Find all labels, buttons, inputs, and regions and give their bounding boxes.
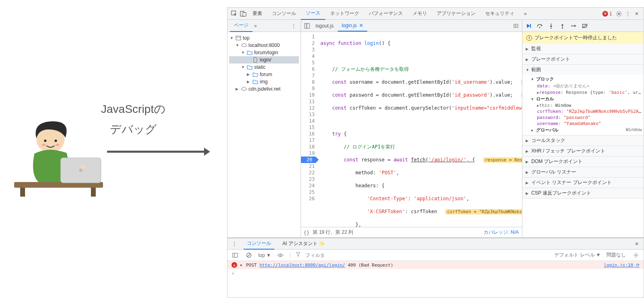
scope-local-hd[interactable]: ▼ ローカル: [524, 95, 644, 102]
tree-forum[interactable]: ▶forum: [229, 71, 299, 78]
inspect-icon[interactable]: [230, 9, 239, 18]
step-into-icon[interactable]: [547, 22, 555, 30]
tab-performance[interactable]: パフォーマンス: [364, 8, 408, 19]
tree-forum-login[interactable]: ▼forum/login: [229, 49, 299, 56]
error-dot-icon: ✕: [602, 11, 608, 17]
filter-input[interactable]: [305, 252, 346, 258]
drawer-tab-ai[interactable]: AI アシスタント ✨: [279, 238, 328, 249]
tab-security[interactable]: セキュリティ: [480, 8, 519, 19]
step-out-icon[interactable]: [559, 22, 566, 30]
drawer-kebab-icon[interactable]: ⋮: [230, 239, 239, 248]
var-csrf[interactable]: csrfToken: "RZpJkp7buWKNoks9HHvb5vFG2A4a…: [524, 108, 644, 114]
var-password[interactable]: password: "password": [524, 114, 644, 121]
editor-status-bar: { } 第 19 行、第 22 列 カバレッジ: N/A: [301, 227, 522, 237]
tab-memory[interactable]: メモリ: [408, 8, 432, 19]
tree-static[interactable]: ▼static: [229, 64, 299, 71]
console-error-line[interactable]: ✕ ▶ POST http://localhost:8000/api/login…: [227, 261, 644, 269]
var-username[interactable]: username: "YamadaHanako": [524, 121, 644, 127]
tab-console[interactable]: コンソール: [267, 8, 301, 19]
close-icon[interactable]: ✕: [632, 9, 641, 18]
svg-point-7: [55, 140, 57, 142]
section-eventlistener[interactable]: ▶イベント リスナー ブレークポイント: [522, 178, 644, 188]
svg-rect-4: [91, 188, 96, 197]
error-source-link[interactable]: login.js:10 ⟳: [604, 263, 640, 268]
step-icon[interactable]: [570, 22, 577, 30]
section-watch[interactable]: ▶監視: [522, 44, 644, 54]
scope-block-hd[interactable]: ▼ ブロック: [524, 76, 644, 83]
tree-img[interactable]: ▶img: [229, 78, 299, 85]
tree-host[interactable]: ▼localhost:8000: [229, 42, 299, 49]
drawer-tab-console[interactable]: コンソール: [244, 238, 274, 250]
nav-tab-page[interactable]: ページ: [230, 19, 253, 32]
clear-icon[interactable]: [244, 251, 253, 260]
deactivate-bp-icon[interactable]: [581, 22, 589, 30]
console-gear-icon[interactable]: [631, 251, 640, 260]
console-prompt[interactable]: ›: [227, 269, 644, 278]
file-nav-icon[interactable]: [303, 21, 311, 30]
section-globallistener[interactable]: ▶グローバル リスナー: [522, 167, 644, 177]
tree-cdn[interactable]: ▶cdn.jsdelivr.net: [229, 85, 299, 93]
tree-login-file[interactable]: login/: [229, 56, 299, 64]
close-icon[interactable]: ✕: [359, 23, 363, 28]
svg-line-57: [637, 256, 638, 257]
scope-global-hd[interactable]: ▶ グローバルWindow: [524, 127, 644, 133]
tab-network[interactable]: ネットワーク: [325, 8, 364, 19]
format-icon[interactable]: { }: [304, 230, 309, 235]
console-output[interactable]: ✕ ▶ POST http://localhost:8000/api/login…: [227, 261, 644, 297]
log-level-selector[interactable]: デフォルト レベル ▼: [554, 252, 601, 258]
issues-status[interactable]: 問題なし: [606, 252, 626, 258]
svg-marker-32: [527, 24, 530, 28]
coverage-link[interactable]: カバレッジ: N/A: [484, 229, 519, 236]
debugger-toolbar: [522, 20, 644, 32]
device-icon[interactable]: [239, 9, 248, 18]
section-xhr[interactable]: ▶XHR / フェッチ ブレークポイント: [522, 146, 644, 156]
var-this[interactable]: ▶this: Window: [524, 102, 644, 108]
file-icon: [253, 57, 258, 63]
watch-icon[interactable]: [511, 21, 520, 30]
code-editor[interactable]: 1234567891011121314151617181920212223242…: [301, 32, 522, 227]
section-csp[interactable]: ▶CSP 違反ブレークポイント: [522, 188, 644, 198]
section-dom[interactable]: ▶DOM ブレークポイント: [522, 157, 644, 167]
tab-sources[interactable]: ソース: [301, 7, 325, 20]
var-data[interactable]: data: <値がありません>: [524, 83, 644, 89]
gutter[interactable]: 1234567891011121314151617181920212223242…: [301, 32, 317, 227]
drawer-close-icon[interactable]: ✕: [632, 239, 641, 248]
file-tree: ▼top ▼localhost:8000 ▼forum/login login/…: [227, 32, 301, 95]
svg-rect-33: [530, 24, 531, 28]
tab-elements[interactable]: 要素: [248, 8, 267, 19]
nav-more-icon[interactable]: »: [254, 23, 257, 29]
step-over-icon[interactable]: [536, 22, 543, 30]
tabs-more[interactable]: »: [519, 8, 532, 19]
editor-panel: logout.js login.js✕ 12345678910111213141…: [301, 20, 522, 237]
svg-rect-16: [243, 13, 246, 16]
nav-kebab-icon[interactable]: ⋮: [289, 21, 298, 30]
tree-top[interactable]: ▼top: [229, 34, 299, 42]
var-response[interactable]: ▶response: Response {type: 'basic', url:…: [524, 89, 644, 95]
folder-icon: [253, 72, 258, 77]
section-breakpoints[interactable]: ▶ブレークポイント: [522, 54, 644, 64]
svg-line-49: [247, 254, 250, 257]
sidebar-toggle-icon[interactable]: [231, 251, 240, 260]
resume-icon[interactable]: [525, 22, 532, 30]
svg-marker-1: [204, 148, 210, 156]
code-lines[interactable]: async function login() { // フォームから各種データを…: [317, 32, 522, 227]
gear-icon[interactable]: [615, 9, 623, 18]
file-tab-logout[interactable]: logout.js: [311, 21, 338, 31]
context-selector[interactable]: top ▼: [258, 252, 271, 258]
cloud-icon: [241, 86, 247, 92]
eye-icon[interactable]: [276, 251, 285, 260]
section-callstack[interactable]: ▶コールスタック: [522, 136, 644, 146]
error-badge[interactable]: ✕ 1: [600, 11, 615, 17]
section-scope[interactable]: ▼範囲: [522, 65, 644, 75]
file-tabs: logout.js login.js✕: [301, 20, 522, 32]
svg-line-24: [617, 15, 618, 16]
devtools-window: 要素 コンソール ソース ネットワーク パフォーマンス メモリ アプリケーション…: [227, 7, 644, 298]
tab-application[interactable]: アプリケーション: [432, 8, 480, 19]
debugger-panel: i ブレークポイントで一時停止しました ▶監視 ▶ブレークポイント ▼範囲 ▼ …: [522, 20, 644, 237]
info-icon: i: [526, 35, 532, 41]
error-url-link[interactable]: http://localhost:8000/api/login/: [259, 263, 345, 268]
kebab-icon[interactable]: ⋮: [623, 9, 632, 18]
file-tab-login[interactable]: login.js✕: [338, 20, 367, 32]
console-drawer: ⋮ コンソール AI アシスタント ✨ ✕ top ▼ | デフォルト レベル …: [227, 237, 644, 297]
svg-rect-29: [307, 23, 309, 28]
